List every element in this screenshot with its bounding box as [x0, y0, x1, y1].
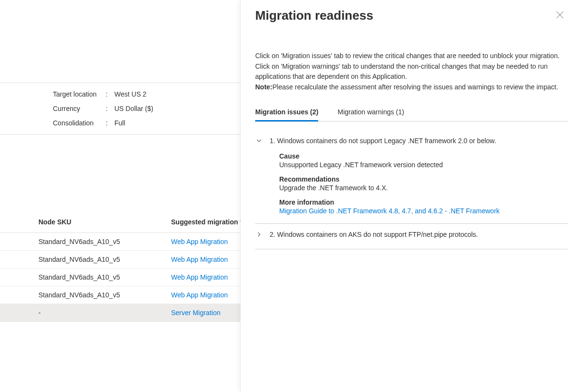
meta-value: Full — [114, 119, 125, 127]
rec-text: Upgrade the .NET framework to 4.X. — [279, 184, 568, 192]
tab-migration-warnings[interactable]: Migration warnings (1) — [337, 108, 404, 122]
issue-list: 1. Windows containers do not support Leg… — [255, 131, 568, 249]
colon: : — [106, 90, 114, 98]
desc-text: Click on 'Migration issues' tab to revie… — [255, 52, 559, 80]
cause-label: Cause — [279, 152, 568, 160]
cause-text: Unsupported Legacy .NET framework versio… — [279, 161, 568, 169]
col-header-sku[interactable]: Node SKU — [38, 218, 171, 226]
cell-sku: Standard_NV6ads_A10_v5 — [38, 256, 171, 263]
issue-toggle[interactable]: 2. Windows containers on AKS do not supp… — [255, 228, 568, 241]
rec-label: Recommendations — [279, 175, 568, 183]
cell-sku: Standard_NV6ads_A10_v5 — [38, 273, 171, 281]
tab-migration-issues[interactable]: Migration issues (2) — [255, 108, 318, 122]
meta-value: West US 2 — [114, 90, 147, 98]
migration-tool-link[interactable]: Web App Migration — [171, 291, 228, 299]
migration-tool-link[interactable]: Web App Migration — [171, 256, 228, 263]
panel-header: Migration readiness — [255, 6, 568, 23]
meta-label: Target location — [53, 90, 106, 98]
chevron-right-icon — [255, 231, 263, 238]
migration-tool-link[interactable]: Web App Migration — [171, 238, 228, 245]
issue-title: 1. Windows containers do not support Leg… — [270, 137, 496, 145]
colon: : — [106, 105, 114, 112]
cell-sku: Standard_NV6ads_A10_v5 — [38, 238, 171, 245]
migration-tool-link[interactable]: Server Migration — [171, 309, 221, 317]
colon: : — [106, 119, 114, 127]
issue-toggle[interactable]: 1. Windows containers do not support Leg… — [255, 135, 568, 147]
cell-sku: - — [38, 309, 171, 317]
meta-value: US Dollar ($) — [114, 105, 153, 112]
migration-readiness-panel: Migration readiness Click on 'Migration … — [240, 0, 582, 392]
issue-recommendations: Recommendations Upgrade the .NET framewo… — [279, 175, 568, 192]
issue-item-1: 1. Windows containers do not support Leg… — [255, 131, 568, 224]
panel-description: Click on 'Migration issues' tab to revie… — [255, 51, 568, 93]
meta-label: Currency — [53, 105, 106, 112]
issue-cause: Cause Unsupported Legacy .NET framework … — [279, 152, 568, 169]
tabs: Migration issues (2) Migration warnings … — [255, 108, 568, 122]
note-label: Note: — [255, 83, 272, 91]
issue-item-2: 2. Windows containers on AKS do not supp… — [255, 224, 568, 249]
issue-body: Cause Unsupported Legacy .NET framework … — [279, 152, 568, 215]
close-icon — [556, 11, 564, 20]
cell-sku: Standard_NV6ads_A10_v5 — [38, 291, 171, 299]
close-button[interactable] — [552, 8, 568, 23]
more-label: More information — [279, 198, 568, 206]
more-info-link[interactable]: Migration Guide to .NET Framework 4.8, 4… — [279, 207, 500, 215]
issue-title: 2. Windows containers on AKS do not supp… — [270, 231, 478, 238]
issue-more-info: More information Migration Guide to .NET… — [279, 198, 568, 215]
panel-title: Migration readiness — [255, 8, 373, 23]
meta-label: Consolidation — [53, 119, 106, 127]
chevron-down-icon — [255, 137, 263, 145]
migration-tool-link[interactable]: Web App Migration — [171, 273, 228, 281]
note-text: Please recalculate the assessment after … — [272, 83, 558, 91]
